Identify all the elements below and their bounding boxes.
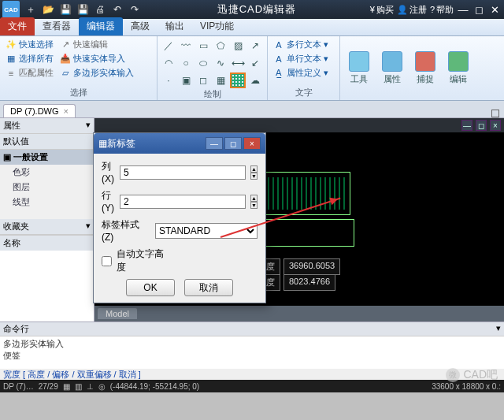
ellipse-icon[interactable]: ⬭ [195, 55, 211, 71]
mtext-label: 多行文本 [287, 39, 321, 50]
register-link[interactable]: 👤 注册 [397, 4, 427, 16]
hatch-icon[interactable]: ▨ [230, 38, 246, 54]
doc-close-icon[interactable]: × [64, 106, 69, 116]
general-section[interactable]: ▣ 一般设置 [0, 150, 94, 165]
quick-edit-label: 快速编辑 [73, 39, 108, 50]
region-icon[interactable]: ◻ [195, 72, 211, 88]
rect-icon[interactable]: ▭ [195, 38, 211, 54]
open-icon[interactable]: 📂 [41, 2, 55, 17]
minimize-button[interactable]: — [457, 3, 469, 16]
cmd-options-text: 宽度 [ 高度 / 偏移 / 双重偏移 / 取消 ] [3, 370, 141, 379]
watermark-text: CAD吧 [463, 368, 498, 382]
polygon-icon[interactable]: ⬠ [213, 38, 228, 54]
tab-viewer[interactable]: 查看器 [35, 17, 79, 35]
mtext-button[interactable]: A多行文本 ▾ [271, 38, 331, 51]
ribbon-tabs: 文件 查看器 编辑器 高级 输出 VIP功能 [0, 19, 504, 36]
point-icon[interactable]: · [161, 72, 176, 88]
doc-tab[interactable]: DP (7).DWG× [3, 104, 76, 117]
selectall-icon: ▦ [6, 54, 17, 65]
fav-menu-icon[interactable]: ▾ [86, 221, 91, 232]
print-icon[interactable]: 🖨 [93, 2, 107, 17]
attdef-button[interactable]: A̲属性定义 ▾ [271, 66, 331, 80]
leader-icon[interactable]: ↙ [247, 55, 263, 71]
select-all-button[interactable]: ▦选择所有 [3, 52, 56, 65]
circle-icon[interactable]: ○ [178, 55, 194, 71]
rows-down-icon[interactable]: ▼ [250, 202, 258, 209]
stext-button[interactable]: A单行文本 ▾ [271, 52, 331, 65]
command-history[interactable]: 多边形实体输入 便签 [0, 336, 504, 370]
image-icon[interactable]: ▦ [213, 72, 228, 88]
layer-item[interactable]: 图层 [0, 180, 94, 195]
auto-height-checkbox[interactable] [102, 256, 112, 266]
dialog-min-icon[interactable]: — [206, 137, 223, 150]
save-icon[interactable]: 💾 [58, 2, 72, 17]
ray-icon[interactable]: ↗ [247, 38, 263, 54]
undo-icon[interactable]: ↶ [110, 2, 124, 17]
tab-overflow-icon[interactable] [491, 110, 499, 117]
spline-icon[interactable]: ∿ [213, 55, 228, 71]
saveas-icon[interactable]: 💾 [76, 2, 90, 17]
cmd-menu-icon[interactable]: ▾ [496, 323, 501, 335]
cols-input[interactable] [120, 165, 246, 180]
panel-menu-icon[interactable]: ▾ [86, 120, 91, 132]
close-button[interactable]: ✕ [488, 3, 501, 16]
quick-edit-button[interactable]: ↗快速编辑 [57, 38, 136, 51]
match-icon: ≡ [6, 68, 17, 79]
tab-output[interactable]: 输出 [158, 17, 192, 35]
cols-up-icon[interactable]: ▲ [250, 165, 258, 173]
grid-icon[interactable]: ▥ [75, 382, 82, 391]
new-icon[interactable]: ＋ [24, 2, 38, 17]
tab-editor[interactable]: 编辑器 [79, 17, 123, 35]
ok-button[interactable]: OK [126, 279, 175, 296]
table-icon[interactable] [230, 72, 246, 88]
color-item[interactable]: 色彩 [0, 165, 94, 180]
arc-icon[interactable]: ◠ [161, 55, 176, 71]
dialog-close-icon[interactable]: × [243, 137, 261, 150]
block-icon[interactable]: ▣ [178, 72, 194, 88]
cloud-icon[interactable]: ☁ [247, 72, 263, 88]
tools-button[interactable]: 工具 [343, 38, 375, 98]
select-group-label: 选择 [3, 87, 154, 98]
model-tab[interactable]: Model [98, 308, 137, 319]
status-progress: 27/29 [39, 382, 58, 391]
tools-label: 工具 [350, 73, 368, 85]
linetype-item[interactable]: 线型 [0, 195, 94, 210]
capture-label: 捕捉 [417, 73, 434, 85]
props-button[interactable]: 属性 [376, 38, 408, 98]
line-icon[interactable]: ／ [161, 38, 176, 54]
rows-input[interactable] [120, 195, 246, 209]
quick-select-button[interactable]: ✨快速选择 [3, 38, 56, 51]
dialog-max-icon[interactable]: ◻ [224, 137, 242, 150]
cols-down-icon[interactable]: ▼ [250, 173, 258, 180]
maximize-button[interactable]: ◻ [472, 3, 485, 16]
tab-advanced[interactable]: 高级 [123, 17, 158, 35]
cancel-button[interactable]: 取消 [184, 279, 233, 296]
general-label: 一般设置 [13, 151, 48, 163]
tab-vip[interactable]: VIP功能 [192, 17, 242, 35]
match-prop-button[interactable]: ≡匹配属性 [3, 66, 56, 80]
canvas-close-icon[interactable]: × [490, 120, 501, 131]
help-link[interactable]: ? 帮助 [430, 4, 454, 16]
buy-link[interactable]: ¥ 购买 [370, 4, 394, 16]
capture-button[interactable]: 捕捉 [410, 38, 441, 98]
polyline-icon[interactable]: 〰 [178, 38, 194, 54]
snap-icon[interactable]: ▦ [63, 382, 70, 391]
tab-file[interactable]: 文件 [0, 17, 35, 35]
draw-group-label: 绘制 [161, 88, 264, 100]
rows-up-icon[interactable]: ▲ [250, 195, 258, 202]
edit-button[interactable]: 编辑 [443, 38, 474, 98]
edit-label: 编辑 [450, 73, 467, 85]
command-title: 命令行 [3, 323, 29, 335]
ortho-icon[interactable]: ⊥ [87, 382, 94, 391]
dim-icon[interactable]: ⟷ [230, 55, 246, 71]
canvas-min-icon[interactable]: — [461, 120, 472, 131]
polar-icon[interactable]: ◎ [98, 382, 106, 391]
canvas-max-icon[interactable]: ◻ [476, 120, 487, 131]
cols-label: 列(X) [102, 160, 115, 184]
quick-ext-button[interactable]: 📥快速实体导入 [57, 52, 136, 65]
redo-icon[interactable]: ↷ [128, 2, 142, 17]
status-dims: 33600 x 18800 x 0.: [432, 382, 501, 391]
poly-input-button[interactable]: ▱多边形实体输入 [57, 66, 136, 80]
match-prop-label: 匹配属性 [19, 67, 54, 79]
dialog-titlebar[interactable]: ▦ 新标签 — ◻ × [94, 133, 265, 154]
